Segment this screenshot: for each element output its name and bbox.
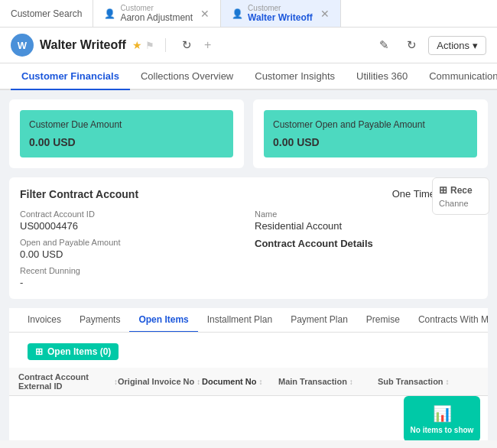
tab-customer-financials[interactable]: Customer Financials <box>11 63 130 90</box>
table-col-contract-account-ext-id[interactable]: Contract Account External ID ↕ <box>18 372 118 391</box>
top-tab-bar: Customer Search 👤 Customer Aaron Adjustm… <box>0 0 497 28</box>
edit-icon[interactable]: ✎ <box>373 34 395 56</box>
open-payable-teal: Customer Open and Payable Amount 0.00 US… <box>264 110 477 157</box>
tab-installment-plan[interactable]: Installment Plan <box>198 308 281 333</box>
tab-open-items[interactable]: Open Items <box>129 308 197 333</box>
open-payable-card: Customer Open and Payable Amount 0.00 US… <box>253 99 488 168</box>
table-icon: 📊 <box>433 404 452 423</box>
cards-row: Customer Due Amount 0.00 USD Customer Op… <box>9 99 488 168</box>
tab-payment-plan[interactable]: Payment Plan <box>281 308 357 333</box>
due-amount-value: 0.00 USD <box>29 136 224 148</box>
open-payable-label: Customer Open and Payable Amount <box>273 119 468 130</box>
tab-customer-search[interactable]: Customer Search <box>0 0 93 27</box>
no-items-box: 📊 No items to show <box>404 396 480 440</box>
field-value-4: Contract Account Details <box>255 238 477 249</box>
field-contract-account-id: Contract Account ID US00004476 <box>20 209 242 232</box>
divider <box>165 38 166 52</box>
bottom-tabs: Invoices Payments Open Items Installment… <box>9 308 488 333</box>
field-value-1: US00004476 <box>20 220 242 232</box>
field-value-3: 0.00 USD <box>20 248 242 260</box>
field-recent-dunning: Recent Dunning - <box>20 266 242 288</box>
tab-super-label-2: Customer <box>248 4 313 12</box>
tab-customer-sub: Aaron Adjustment <box>120 12 193 23</box>
main-content: Customer Due Amount 0.00 USD Customer Op… <box>0 90 497 440</box>
refresh-icon[interactable]: ↻ <box>177 34 198 56</box>
recent-panel: ⊞ Rece Channe <box>432 177 489 215</box>
field-value-5: - <box>20 277 242 288</box>
field-value-2: Residential Account <box>255 220 477 232</box>
grid-icon: ⊞ <box>439 184 447 196</box>
table-col-sub-transaction[interactable]: Sub Transaction ↕ <box>378 372 462 391</box>
actions-button[interactable]: Actions ▾ <box>428 36 486 55</box>
tab-utilities-360[interactable]: Utilities 360 <box>346 63 418 90</box>
close-icon-2[interactable]: ✕ <box>320 8 330 20</box>
person-icon: 👤 <box>104 8 115 19</box>
sort-icon-3[interactable]: ↕ <box>259 378 263 386</box>
sort-icon-5[interactable]: ↕ <box>446 378 450 386</box>
chevron-down-icon: ▾ <box>473 40 478 51</box>
sort-icon-2[interactable]: ↕ <box>197 378 200 386</box>
person-icon-2: 👤 <box>232 8 243 19</box>
header-row: W Walter Writeoff ★ ⚑ ↻ + ✎ ↻ Actions ▾ <box>0 28 497 63</box>
due-amount-card: Customer Due Amount 0.00 USD <box>9 99 244 168</box>
filter-grid: Contract Account ID US00004476 Name Resi… <box>20 209 477 288</box>
open-items-badge: ⊞ Open Items (0) <box>28 343 119 360</box>
recent-panel-subtitle: Channe <box>439 199 482 208</box>
header-icons: ★ ⚑ <box>132 39 154 51</box>
tab-label: Customer Search <box>11 8 82 19</box>
flag-icon[interactable]: ⚑ <box>145 40 154 51</box>
table-header: Contract Account External ID ↕ Original … <box>9 368 488 396</box>
field-open-payable-amount: Open and Payable Amount 0.00 USD <box>20 238 242 260</box>
plus-icon: + <box>204 38 211 52</box>
header-right: ✎ ↻ Actions ▾ <box>373 34 486 56</box>
recent-panel-header: ⊞ Rece <box>439 184 482 196</box>
tab-premise[interactable]: Premise <box>357 308 409 333</box>
filter-section: Filter Contract Account One Time Payment… <box>9 177 488 299</box>
field-contract-account-details[interactable]: Contract Account Details <box>255 238 477 260</box>
tab-invoices[interactable]: Invoices <box>18 308 70 333</box>
tab-super-label: Customer <box>120 4 193 12</box>
tab-customer-sub-2: Walter Writeoff <box>248 12 313 23</box>
star-icon[interactable]: ★ <box>132 39 142 51</box>
open-items-badge-area: ⊞ Open Items (0) <box>9 333 488 368</box>
due-amount-teal: Customer Due Amount 0.00 USD <box>20 110 233 157</box>
bottom-section: Invoices Payments Open Items Installment… <box>9 308 488 440</box>
field-label-1: Contract Account ID <box>20 209 242 219</box>
sync-icon[interactable]: ↻ <box>401 34 422 56</box>
tab-aaron-adjustment[interactable]: 👤 Customer Aaron Adjustment ✕ <box>93 0 221 27</box>
field-label-3: Open and Payable Amount <box>20 238 242 247</box>
table-col-document-no[interactable]: Document No ↕ <box>202 372 278 391</box>
sort-icon-4[interactable]: ↕ <box>349 378 353 386</box>
grid-icon-2: ⊞ <box>35 346 43 357</box>
open-payable-value: 0.00 USD <box>273 136 468 148</box>
field-label-5: Recent Dunning <box>20 266 242 275</box>
table-col-main-transaction[interactable]: Main Transaction ↕ <box>278 372 378 391</box>
tab-contracts-meter[interactable]: Contracts With Meter Rea <box>409 308 488 333</box>
table-col-original-invoice-no[interactable]: Original Invoice No ↕ <box>118 372 202 391</box>
tab-walter-writeoff[interactable]: 👤 Customer Walter Writeoff ✕ <box>221 0 341 27</box>
customer-name: Walter Writeoff <box>40 38 126 52</box>
due-amount-label: Customer Due Amount <box>29 119 224 130</box>
tab-communication-data[interactable]: Communication Data <box>418 63 497 90</box>
avatar: W <box>11 34 34 57</box>
tab-collections-overview[interactable]: Collections Overview <box>130 63 244 90</box>
tab-customer-insights[interactable]: Customer Insights <box>244 63 346 90</box>
close-icon[interactable]: ✕ <box>200 8 210 20</box>
nav-tabs: Customer Financials Collections Overview… <box>0 63 497 90</box>
tab-payments[interactable]: Payments <box>70 308 129 333</box>
